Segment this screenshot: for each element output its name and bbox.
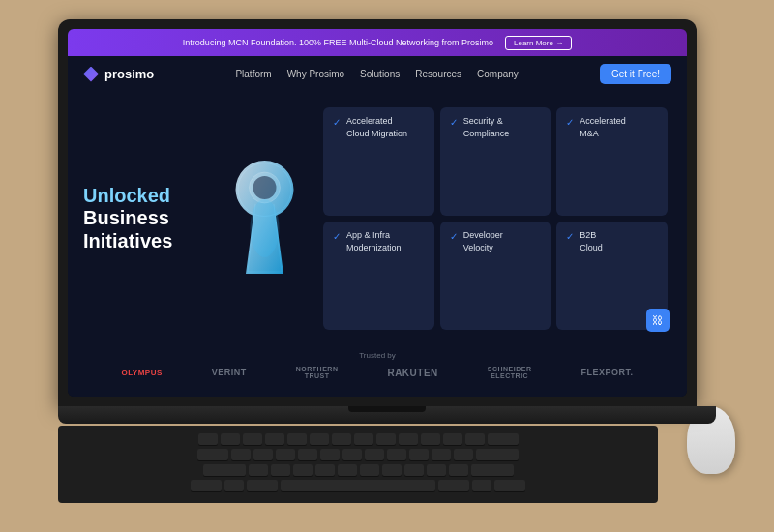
link-button[interactable]: ⛓ [646,309,670,332]
key [271,464,290,476]
get-it-free-button[interactable]: Get it Free! [600,64,671,84]
logo-northern: NORTHERNTRUST [296,366,339,379]
laptop-base [58,406,716,424]
key [376,433,396,445]
feature-name-6: B2BCloud [580,229,603,253]
trusted-label: Trusted by [87,351,668,360]
key-cmd-r [438,480,469,491]
key [354,433,373,445]
feature-developer[interactable]: ✓ DeveloperVelocity [440,222,551,330]
key-ctrl-r [494,480,525,491]
key [221,433,240,445]
key-enter [476,449,519,460]
hero-initiatives: Initiatives [83,229,209,252]
key [332,433,351,445]
key-shift-r [471,464,514,476]
feature-name-2: Security &Compliance [463,115,510,139]
logo-schneider: SchneiderElectric [488,366,532,379]
key [198,433,218,445]
key-row-2 [66,449,650,460]
key [338,464,357,476]
hero-title-area: Unlocked Business Initiatives [83,103,209,334]
trusted-logos: OLYMPUS VERINT NORTHERNTRUST Rakuten Sch… [87,366,668,379]
key-opt [224,480,244,491]
feature-name-3: AcceleratedM&A [580,115,626,139]
keyhole-svg [228,156,301,281]
laptop-notch [348,406,426,412]
svg-point-2 [250,199,279,257]
key [287,433,307,445]
check-icon-3: ✓ [566,117,574,128]
key [399,433,418,445]
nav-resources[interactable]: Resources [415,69,461,79]
feature-name-1: AcceleratedCloud Migration [346,115,407,139]
nav-company[interactable]: Company [477,69,519,79]
laptop-screen: Introducing MCN Foundation. 100% FREE Mu… [68,29,687,397]
key [382,464,402,476]
key [360,464,379,476]
feature-grid: ✓ AcceleratedCloud Migration ✓ Security … [319,103,671,334]
hero-business: Business [83,206,209,229]
hero-section: Unlocked Business Initiatives [68,92,687,397]
logo-verint: VERINT [212,368,247,377]
key-row-3 [66,464,650,476]
check-icon-2: ✓ [450,117,458,128]
logo-olympus: OLYMPUS [121,369,162,377]
key [243,433,262,445]
key [387,449,406,460]
feature-security[interactable]: ✓ Security &Compliance [440,107,551,216]
key [320,449,340,460]
key [231,449,251,460]
key [432,449,451,460]
laptop-bezel: Introducing MCN Foundation. 100% FREE Mu… [58,19,697,406]
feature-modernization[interactable]: ✓ App & InfraModernization [323,222,434,330]
key [427,464,446,476]
key [276,449,295,460]
key [421,433,440,445]
key [293,464,313,476]
feature-name-5: DeveloperVelocity [463,229,503,253]
key [315,464,335,476]
key [443,433,462,445]
nav-platform[interactable]: Platform [235,69,271,79]
laptop: Introducing MCN Foundation. 100% FREE Mu… [58,19,716,503]
key [409,449,429,460]
key [298,449,317,460]
key-shift-l [203,464,246,476]
learn-more-button[interactable]: Learn More → [505,36,572,50]
nav-why[interactable]: Why Prosimo [287,69,344,79]
feature-name-4: App & InfraModernization [346,229,402,253]
keyhole-graphic [221,103,308,334]
key-space [281,480,435,491]
hero-unlocked: Unlocked [83,185,209,206]
logo: prosimo [83,67,154,82]
logo-flexport: flexport. [580,368,633,377]
trusted-section: Trusted by OLYMPUS VERINT NORTHERNTRUST … [68,345,687,389]
nav-links: Platform Why Prosimo Solutions Resources… [235,69,518,79]
key [404,464,424,476]
banner-text: Introducing MCN Foundation. 100% FREE Mu… [183,38,493,47]
logo-text: prosimo [104,67,154,81]
hero-content: Unlocked Business Initiatives [68,92,687,345]
key [454,449,473,460]
key [253,449,273,460]
navbar: prosimo Platform Why Prosimo Solutions R… [68,56,687,92]
key [465,433,485,445]
feature-ma[interactable]: ✓ AcceleratedM&A [556,107,668,216]
feature-cloud-migration[interactable]: ✓ AcceleratedCloud Migration [323,107,434,216]
check-icon-6: ✓ [566,231,574,242]
nav-solutions[interactable]: Solutions [360,69,400,79]
announcement-banner: Introducing MCN Foundation. 100% FREE Mu… [68,29,687,56]
svg-point-1 [253,176,276,199]
key [249,464,268,476]
feature-b2b[interactable]: ✓ B2BCloud ⛓ [556,222,668,330]
logo-rakuten: Rakuten [387,368,437,378]
key-cmd [247,480,278,491]
key [265,433,284,445]
logo-icon [83,67,99,82]
key [365,449,384,460]
check-icon-5: ✓ [450,231,458,242]
key-ctrl [191,480,222,491]
key [342,449,362,460]
key-row-1 [66,433,650,445]
